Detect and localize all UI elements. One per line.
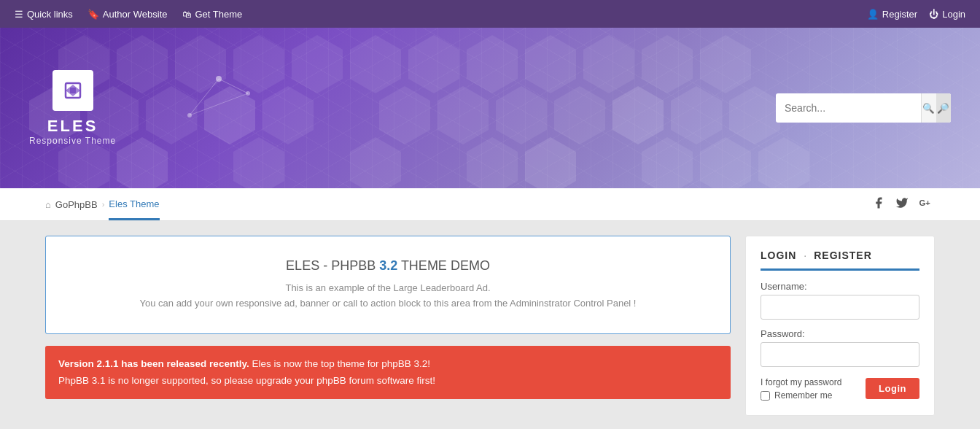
advanced-search-icon: 🔎	[937, 103, 949, 114]
login-title: LOGIN	[761, 250, 796, 261]
ad-banner: ELES - PHPBB 3.2 THEME DEMO This is an e…	[45, 236, 731, 334]
logo-name: ELES	[47, 117, 98, 136]
register-title: REGISTER	[814, 250, 872, 261]
top-bar: ☰ Quick links 🔖 Author Website 🛍 Get The…	[0, 0, 980, 28]
bag-icon: 🛍	[182, 9, 192, 20]
content-area: ELES - PHPBB 3.2 THEME DEMO This is an e…	[45, 236, 731, 416]
author-website-link[interactable]: 🔖 Author Website	[88, 9, 168, 20]
password-field-group: Password:	[761, 328, 919, 367]
get-theme-link[interactable]: 🛍 Get Theme	[182, 9, 243, 20]
search-icon: 🔍	[922, 103, 935, 114]
top-bar-right: 👤 Register ⏻ Login	[867, 9, 965, 20]
ad-title: ELES - PHPBB 3.2 THEME DEMO	[61, 258, 715, 274]
googleplus-icon[interactable]: G+	[919, 196, 935, 212]
logo-icon	[52, 70, 93, 111]
sidebar: LOGIN · REGISTER Username: Password: I f…	[745, 236, 935, 416]
svg-text:G+: G+	[919, 198, 931, 207]
advanced-search-button[interactable]: 🔎	[936, 93, 951, 123]
main-layout: ELES - PHPBB 3.2 THEME DEMO This is an e…	[31, 221, 949, 416]
logo-area: ELES Responsive Theme	[29, 70, 116, 146]
forgot-section: I forgot my password Remember me Login	[761, 376, 919, 401]
logo-subtitle: Responsive Theme	[29, 136, 116, 146]
svg-line-3	[219, 79, 248, 93]
menu-icon: ☰	[15, 9, 23, 20]
forgot-password-link[interactable]: I forgot my password	[761, 377, 841, 387]
power-icon: ⏻	[929, 9, 938, 20]
remember-checkbox[interactable]	[761, 391, 770, 401]
svg-rect-8	[70, 88, 76, 93]
password-label: Password:	[761, 328, 919, 339]
login-link[interactable]: ⏻ Login	[929, 9, 965, 20]
notice-box: Version 2.1.1 has been released recently…	[45, 346, 731, 400]
nav-bar: ⌂ GoPhpBB › Eles Theme G+	[0, 188, 980, 221]
hero-decorative-lines	[146, 57, 292, 147]
login-widget-header: LOGIN · REGISTER	[761, 250, 919, 271]
quick-links-link[interactable]: ☰ Quick links	[15, 9, 73, 20]
facebook-icon[interactable]	[872, 196, 885, 212]
ad-desc-line2: You can add your own responsive ad, bann…	[61, 296, 715, 312]
hero-header: ELES Responsive Theme 🔍 🔎	[0, 28, 980, 188]
bookmark-icon: 🔖	[88, 9, 99, 20]
breadcrumb-current: Eles Theme	[109, 188, 159, 220]
header-dot: ·	[804, 250, 806, 261]
top-bar-left: ☰ Quick links 🔖 Author Website 🛍 Get The…	[15, 9, 242, 20]
notice-bold: Version 2.1.1 has been released recently…	[58, 358, 249, 369]
username-label: Username:	[761, 281, 919, 292]
home-icon: ⌂	[45, 199, 51, 210]
password-input[interactable]	[761, 342, 919, 367]
social-icons: G+	[872, 188, 935, 220]
login-button[interactable]: Login	[866, 378, 919, 399]
twitter-icon[interactable]	[895, 196, 909, 212]
username-field-group: Username:	[761, 281, 919, 320]
login-widget: LOGIN · REGISTER Username: Password: I f…	[745, 236, 935, 416]
search-input[interactable]	[776, 102, 921, 114]
ad-desc-line1: This is an example of the Large Leaderbo…	[61, 281, 715, 296]
search-area: 🔍 🔎	[776, 93, 951, 123]
search-box: 🔍 🔎	[776, 93, 951, 123]
user-plus-icon: 👤	[867, 9, 879, 20]
search-button[interactable]: 🔍	[921, 93, 936, 123]
username-input[interactable]	[761, 295, 919, 320]
remember-label: Remember me	[774, 390, 832, 401]
breadcrumb-home-link[interactable]: GoPhpBB	[55, 199, 98, 210]
remember-row: Remember me	[761, 390, 841, 401]
breadcrumb: ⌂ GoPhpBB › Eles Theme	[45, 188, 160, 220]
register-link[interactable]: 👤 Register	[867, 9, 917, 20]
breadcrumb-separator: ›	[102, 200, 105, 209]
